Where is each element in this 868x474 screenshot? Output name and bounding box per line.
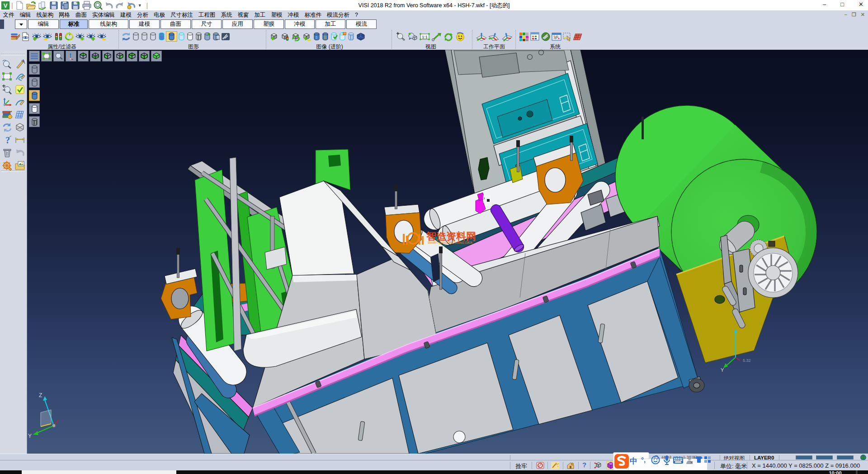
svg-text:?: ? [5,135,10,145]
svg-text:5.32: 5.32 [743,358,751,363]
svg-text:1:1: 1:1 [422,35,428,39]
svg-text:Y: Y [28,433,32,439]
svg-text:Z: Z [39,392,42,398]
svg-text:SMART MANUFACTURING DATA: SMART MANUFACTURING DATA [428,241,473,244]
svg-text:智造资料网: 智造资料网 [426,231,476,242]
svg-text:Y: Y [721,367,724,373]
